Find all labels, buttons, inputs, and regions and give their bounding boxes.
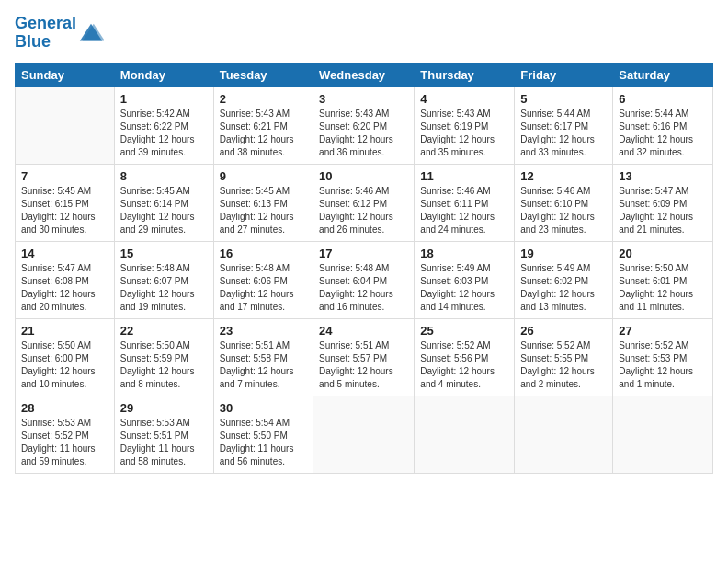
day-info: Sunrise: 5:49 AM Sunset: 6:03 PM Dayligh… [420, 262, 508, 314]
day-number: 4 [420, 92, 508, 106]
day-info: Sunrise: 5:50 AM Sunset: 6:00 PM Dayligh… [21, 339, 108, 391]
weekday-header: Friday [515, 63, 613, 86]
day-number: 11 [420, 169, 508, 183]
calendar-cell: 29Sunrise: 5:53 AM Sunset: 5:51 PM Dayli… [114, 396, 213, 473]
calendar-cell: 12Sunrise: 5:46 AM Sunset: 6:10 PM Dayli… [515, 164, 613, 241]
day-number: 8 [120, 169, 208, 183]
day-info: Sunrise: 5:44 AM Sunset: 6:16 PM Dayligh… [619, 108, 707, 159]
calendar-cell: 1Sunrise: 5:42 AM Sunset: 6:22 PM Daylig… [114, 86, 213, 164]
day-number: 3 [319, 92, 408, 106]
day-number: 22 [120, 324, 208, 338]
calendar-header-row: SundayMondayTuesdayWednesdayThursdayFrid… [16, 63, 713, 86]
calendar-week-row: 14Sunrise: 5:47 AM Sunset: 6:08 PM Dayli… [16, 241, 713, 318]
calendar-cell: 2Sunrise: 5:43 AM Sunset: 6:21 PM Daylig… [213, 86, 313, 164]
calendar-cell [515, 396, 613, 473]
day-number: 28 [21, 401, 108, 415]
calendar-cell: 26Sunrise: 5:52 AM Sunset: 5:55 PM Dayli… [515, 318, 613, 396]
day-number: 18 [420, 247, 508, 260]
calendar-week-row: 1Sunrise: 5:42 AM Sunset: 6:22 PM Daylig… [16, 86, 713, 164]
day-info: Sunrise: 5:43 AM Sunset: 6:21 PM Dayligh… [220, 108, 307, 159]
day-number: 15 [120, 247, 208, 260]
calendar-cell [16, 86, 115, 164]
calendar-cell: 24Sunrise: 5:51 AM Sunset: 5:57 PM Dayli… [313, 318, 415, 396]
logo-icon [78, 20, 104, 46]
weekday-header: Thursday [415, 63, 515, 86]
calendar-cell: 9Sunrise: 5:45 AM Sunset: 6:13 PM Daylig… [213, 164, 313, 241]
calendar-cell: 3Sunrise: 5:43 AM Sunset: 6:20 PM Daylig… [313, 86, 415, 164]
calendar-cell: 7Sunrise: 5:45 AM Sunset: 6:15 PM Daylig… [16, 164, 115, 241]
day-info: Sunrise: 5:45 AM Sunset: 6:15 PM Dayligh… [21, 185, 108, 236]
day-number: 26 [520, 324, 607, 338]
calendar-week-row: 28Sunrise: 5:53 AM Sunset: 5:52 PM Dayli… [16, 396, 713, 473]
calendar-cell: 25Sunrise: 5:52 AM Sunset: 5:56 PM Dayli… [415, 318, 515, 396]
calendar-cell: 8Sunrise: 5:45 AM Sunset: 6:14 PM Daylig… [114, 164, 213, 241]
day-number: 30 [220, 401, 307, 415]
day-info: Sunrise: 5:48 AM Sunset: 6:06 PM Dayligh… [220, 262, 307, 314]
day-info: Sunrise: 5:46 AM Sunset: 6:10 PM Dayligh… [520, 185, 607, 236]
weekday-header: Tuesday [213, 63, 313, 86]
calendar-cell: 30Sunrise: 5:54 AM Sunset: 5:50 PM Dayli… [213, 396, 313, 473]
day-info: Sunrise: 5:44 AM Sunset: 6:17 PM Dayligh… [520, 108, 607, 159]
day-number: 24 [319, 324, 408, 338]
calendar-cell [613, 396, 713, 473]
day-number: 17 [319, 247, 408, 260]
day-info: Sunrise: 5:54 AM Sunset: 5:50 PM Dayligh… [220, 417, 307, 468]
day-info: Sunrise: 5:46 AM Sunset: 6:12 PM Dayligh… [319, 185, 408, 236]
calendar-cell: 16Sunrise: 5:48 AM Sunset: 6:06 PM Dayli… [213, 241, 313, 318]
day-info: Sunrise: 5:48 AM Sunset: 6:04 PM Dayligh… [319, 262, 408, 314]
day-info: Sunrise: 5:49 AM Sunset: 6:02 PM Dayligh… [520, 262, 607, 314]
weekday-header: Saturday [613, 63, 713, 86]
day-info: Sunrise: 5:45 AM Sunset: 6:13 PM Dayligh… [220, 185, 307, 236]
calendar-week-row: 21Sunrise: 5:50 AM Sunset: 6:00 PM Dayli… [16, 318, 713, 396]
day-number: 19 [520, 247, 607, 260]
day-number: 27 [619, 324, 707, 338]
calendar-cell: 20Sunrise: 5:50 AM Sunset: 6:01 PM Dayli… [613, 241, 713, 318]
day-info: Sunrise: 5:52 AM Sunset: 5:55 PM Dayligh… [520, 339, 607, 391]
calendar-cell [415, 396, 515, 473]
calendar-cell [313, 396, 415, 473]
day-number: 7 [21, 169, 108, 183]
day-info: Sunrise: 5:50 AM Sunset: 5:59 PM Dayligh… [120, 339, 208, 391]
calendar-cell: 17Sunrise: 5:48 AM Sunset: 6:04 PM Dayli… [313, 241, 415, 318]
day-info: Sunrise: 5:51 AM Sunset: 5:57 PM Dayligh… [319, 339, 408, 391]
calendar-cell: 13Sunrise: 5:47 AM Sunset: 6:09 PM Dayli… [613, 164, 713, 241]
day-number: 14 [21, 247, 108, 260]
day-number: 23 [220, 324, 307, 338]
logo-text: General Blue [15, 15, 76, 52]
day-info: Sunrise: 5:42 AM Sunset: 6:22 PM Dayligh… [120, 108, 208, 159]
day-info: Sunrise: 5:52 AM Sunset: 5:56 PM Dayligh… [420, 339, 508, 391]
calendar-cell: 28Sunrise: 5:53 AM Sunset: 5:52 PM Dayli… [16, 396, 115, 473]
day-info: Sunrise: 5:50 AM Sunset: 6:01 PM Dayligh… [619, 262, 707, 314]
calendar-cell: 10Sunrise: 5:46 AM Sunset: 6:12 PM Dayli… [313, 164, 415, 241]
day-number: 5 [520, 92, 607, 106]
day-number: 2 [220, 92, 307, 106]
calendar-cell: 4Sunrise: 5:43 AM Sunset: 6:19 PM Daylig… [415, 86, 515, 164]
day-info: Sunrise: 5:43 AM Sunset: 6:19 PM Dayligh… [420, 108, 508, 159]
day-info: Sunrise: 5:46 AM Sunset: 6:11 PM Dayligh… [420, 185, 508, 236]
weekday-header: Sunday [16, 63, 115, 86]
day-number: 21 [21, 324, 108, 338]
calendar-cell: 5Sunrise: 5:44 AM Sunset: 6:17 PM Daylig… [515, 86, 613, 164]
weekday-header: Wednesday [313, 63, 415, 86]
day-number: 10 [319, 169, 408, 183]
calendar-cell: 23Sunrise: 5:51 AM Sunset: 5:58 PM Dayli… [213, 318, 313, 396]
day-number: 6 [619, 92, 707, 106]
calendar-cell: 21Sunrise: 5:50 AM Sunset: 6:00 PM Dayli… [16, 318, 115, 396]
calendar-cell: 27Sunrise: 5:52 AM Sunset: 5:53 PM Dayli… [613, 318, 713, 396]
day-number: 13 [619, 169, 707, 183]
day-number: 9 [220, 169, 307, 183]
day-info: Sunrise: 5:52 AM Sunset: 5:53 PM Dayligh… [619, 339, 707, 391]
day-number: 20 [619, 247, 707, 260]
day-info: Sunrise: 5:53 AM Sunset: 5:51 PM Dayligh… [120, 417, 208, 468]
day-number: 12 [520, 169, 607, 183]
day-number: 25 [420, 324, 508, 338]
logo: General Blue [15, 15, 104, 52]
calendar-cell: 11Sunrise: 5:46 AM Sunset: 6:11 PM Dayli… [415, 164, 515, 241]
day-info: Sunrise: 5:47 AM Sunset: 6:09 PM Dayligh… [619, 185, 707, 236]
calendar-cell: 18Sunrise: 5:49 AM Sunset: 6:03 PM Dayli… [415, 241, 515, 318]
calendar-cell: 22Sunrise: 5:50 AM Sunset: 5:59 PM Dayli… [114, 318, 213, 396]
calendar-table: SundayMondayTuesdayWednesdayThursdayFrid… [15, 63, 713, 474]
day-number: 1 [120, 92, 208, 106]
day-info: Sunrise: 5:43 AM Sunset: 6:20 PM Dayligh… [319, 108, 408, 159]
day-info: Sunrise: 5:45 AM Sunset: 6:14 PM Dayligh… [120, 185, 208, 236]
